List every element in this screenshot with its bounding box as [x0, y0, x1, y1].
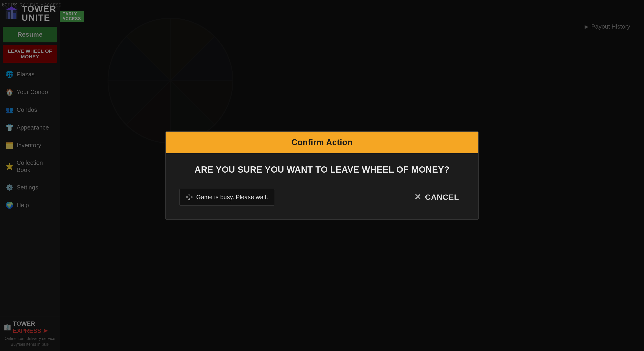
dialog-overlay: Confirm Action ARE YOU SURE YOU WANT TO …: [0, 0, 644, 351]
spinner-dot-4: [186, 196, 188, 198]
spinner-dot-2: [191, 196, 192, 198]
cancel-button[interactable]: ✕ CANCEL: [408, 189, 464, 206]
game-busy-message: Game is busy. Please wait.: [180, 189, 275, 206]
dialog-footer: Game is busy. Please wait. ✕ CANCEL: [180, 189, 464, 210]
dialog-header: Confirm Action: [166, 132, 478, 153]
spinner-dot-3: [188, 198, 190, 200]
cancel-x-icon: ✕: [414, 192, 421, 202]
loading-spinner: [186, 194, 192, 200]
busy-message-text: Game is busy. Please wait.: [196, 194, 268, 201]
dialog-body: ARE YOU SURE YOU WANT TO LEAVE WHEEL OF …: [166, 153, 478, 219]
cancel-label: CANCEL: [425, 193, 459, 202]
spinner-dot-1: [188, 194, 190, 196]
dialog-title: Confirm Action: [291, 138, 353, 147]
confirm-dialog: Confirm Action ARE YOU SURE YOU WANT TO …: [166, 131, 478, 220]
dialog-question: ARE YOU SURE YOU WANT TO LEAVE WHEEL OF …: [180, 165, 464, 175]
